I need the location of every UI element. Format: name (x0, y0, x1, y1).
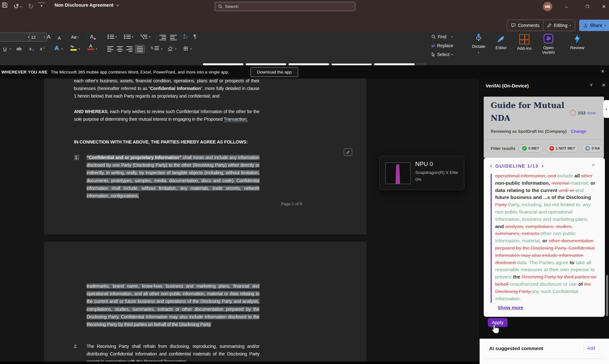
title-chevron-down-icon: ∨ (116, 3, 119, 7)
filter-results-row: Filter results ✓ 0 MET ✕ 1 NOT MET ⊘ 0 N… (491, 144, 603, 152)
ai-comment-divider (484, 359, 605, 359)
subscript-button[interactable]: x2 (29, 44, 34, 53)
addins-button[interactable]: Add-ins (515, 34, 534, 51)
borders-button[interactable]: ⊞ (183, 45, 188, 52)
font-color-button[interactable]: A (88, 43, 94, 50)
document-title-control[interactable]: Non Disclosure Agreement ∨ (55, 3, 119, 8)
filter-met-pill[interactable]: ✓ 0 MET (519, 144, 543, 152)
banner-lead: S WHEREVER YOU ARE (0, 70, 48, 74)
share-dropdown-icon: ▾ (605, 24, 606, 27)
title-bar: ↺ ▾ ↻ ▾ Non Disclosure Agreement ∨ Searc… (0, 0, 609, 14)
pilcrow-button[interactable]: ¶ (193, 34, 196, 40)
bullets-dropdown-icon[interactable]: ▾ (115, 35, 117, 38)
line-spacing-button[interactable]: ⇅ (150, 46, 159, 50)
font-name-select[interactable]: ▾ (0, 33, 31, 42)
multilevel-list-button[interactable] (140, 35, 147, 39)
decrease-indent-button[interactable] (159, 35, 166, 40)
line-spacing-dropdown-icon[interactable]: ▾ (161, 48, 162, 50)
share-button[interactable]: Share ▾ (579, 20, 609, 31)
show-more-link[interactable]: Show more (498, 305, 523, 310)
highlight-dropdown-icon[interactable]: ▾ (79, 48, 80, 50)
borders-dropdown-icon[interactable]: ▾ (190, 48, 192, 50)
clause-2-number: 2. (74, 342, 87, 350)
close-button[interactable]: ✕ (599, 3, 608, 11)
avatar[interactable]: MB (543, 2, 552, 11)
save-icon[interactable] (2, 2, 9, 8)
paragraph-agree-as-follows: IN CONNECTION WITH THE ABOVE, THE PARTIE… (74, 138, 259, 146)
document-page-1[interactable]: each other's business, assets, financial… (44, 79, 366, 234)
text-effects-button[interactable]: A (55, 44, 59, 53)
numbering-button[interactable] (124, 35, 131, 39)
shrink-font-button[interactable]: Aˇ (58, 34, 62, 42)
multilevel-dropdown-icon[interactable]: ▾ (149, 35, 150, 38)
increase-indent-button[interactable] (170, 35, 177, 40)
add-comment-button[interactable]: Add (583, 342, 599, 354)
numbering-dropdown-icon[interactable]: ▾ (132, 35, 133, 38)
npu-graph-spike (386, 163, 410, 184)
guideline-prev-icon[interactable]: ‹ (490, 162, 492, 169)
font-color-dropdown-icon[interactable]: ▾ (96, 48, 97, 50)
panel-side-collapse-tab[interactable]: ‹ (603, 100, 609, 118)
highlight-color-button[interactable]: ✎ (70, 44, 77, 51)
filter-na-pill[interactable]: ⊘ 0 NA (582, 144, 603, 152)
review-commands-button[interactable]: Review (568, 34, 587, 50)
replace-button[interactable]: ⇄ Replace (431, 41, 453, 50)
undo-button[interactable]: ↺ (12, 2, 20, 11)
clause-2-text: The Receiving Party shall refrain from d… (87, 342, 259, 364)
pencil-icon (547, 23, 552, 28)
sort-button[interactable]: AZ ↓ (183, 34, 188, 39)
comment-hint-icon[interactable] (344, 148, 352, 156)
align-center-button[interactable] (117, 46, 123, 52)
font-size-select[interactable]: 12▾ (29, 33, 47, 42)
text-effects-dropdown-icon[interactable]: ▾ (62, 48, 63, 50)
not-met-x-icon: ✕ (549, 146, 554, 151)
clause-1-text-selected: “Confidential and or proprietary Informa… (87, 154, 259, 200)
shading-dropdown-icon[interactable]: ▾ (175, 48, 176, 50)
comments-button[interactable]: Comments (507, 20, 544, 31)
select-button[interactable]: Select▾ (431, 50, 453, 59)
npu-usage-graph (385, 163, 411, 184)
download-app-button[interactable]: Download the app (251, 67, 298, 77)
underline-button[interactable]: U (3, 44, 7, 53)
quick-access-customize-icon[interactable]: ▾ (38, 3, 45, 9)
align-right-button[interactable] (126, 46, 133, 52)
banner-close-icon[interactable]: ✕ (601, 69, 605, 74)
superscript-button[interactable]: x2 (40, 44, 45, 53)
clause-1-number: 1. (74, 155, 79, 160)
microphone-icon (475, 33, 482, 42)
editing-mode-button[interactable]: Editing ▾ (543, 20, 575, 31)
grow-font-button[interactable]: Aˆ (47, 33, 52, 42)
page-footer: Page 1 of 6 (266, 201, 317, 206)
panel-scrollbar-thumb[interactable] (606, 275, 608, 316)
paragraph-recitals-1: each other's business, assets, financial… (74, 79, 259, 100)
panel-collapse-icon[interactable]: ∨ (590, 82, 593, 87)
minimize-button[interactable]: – (562, 3, 571, 11)
editor-button[interactable]: Editor (492, 34, 510, 50)
search-input[interactable]: Search (215, 2, 355, 11)
guideline-close-icon[interactable]: × (592, 162, 595, 169)
bullets-button[interactable] (107, 35, 114, 39)
dictate-button[interactable]: Dictate ▾ (469, 33, 488, 55)
underline-dropdown-icon[interactable]: ▾ (10, 48, 11, 50)
align-left-button[interactable] (107, 46, 114, 52)
undo-dropdown-icon[interactable]: ▾ (20, 5, 22, 8)
change-case-button[interactable]: Aa▾ (71, 33, 79, 42)
strikethrough-button[interactable]: ab (16, 44, 22, 53)
open-verifai-button[interactable]: Open VerifAI (538, 34, 559, 55)
filter-not-met-pill[interactable]: ✕ 1 NOT MET (546, 144, 579, 152)
panel-close-icon[interactable]: ✕ (602, 82, 606, 88)
justify-button[interactable] (135, 45, 145, 53)
maximize-button[interactable]: ❐ (583, 3, 592, 11)
redo-button[interactable]: ↻ (27, 2, 35, 11)
change-link[interactable]: Change (571, 129, 586, 134)
npu-usage-percent: 0% (415, 177, 422, 182)
find-button[interactable]: Find▾ (431, 32, 453, 41)
guideline-next-icon[interactable]: › (541, 162, 543, 169)
guideline-card: ‹ GUIDELINE 1/13 › × operational informa… (484, 158, 605, 317)
replace-icon: ⇄ (431, 43, 435, 48)
document-page-2[interactable]: trademarks, brand name, know-how, busine… (44, 242, 366, 361)
share-icon (583, 23, 588, 28)
clear-formatting-button[interactable]: A◆ (90, 33, 96, 42)
shading-button[interactable] (167, 46, 174, 51)
verifai-icon (543, 34, 553, 44)
